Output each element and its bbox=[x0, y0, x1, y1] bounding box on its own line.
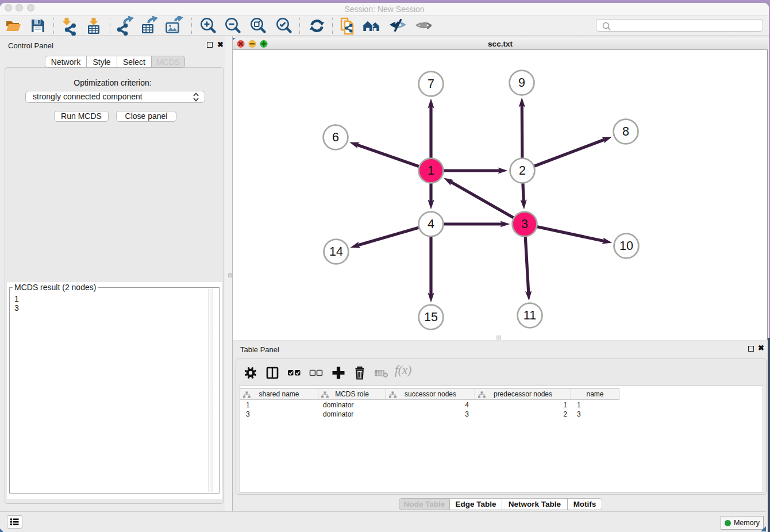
svg-text:9: 9 bbox=[518, 76, 525, 90]
svg-text:15: 15 bbox=[424, 310, 438, 324]
svg-text:1: 1 bbox=[428, 164, 434, 178]
svg-text:2: 2 bbox=[519, 164, 526, 178]
svg-text:3: 3 bbox=[521, 217, 528, 231]
svg-text:10: 10 bbox=[619, 239, 633, 253]
svg-text:7: 7 bbox=[428, 77, 434, 91]
svg-text:11: 11 bbox=[523, 309, 536, 322]
svg-text:8: 8 bbox=[622, 125, 629, 138]
svg-text:6: 6 bbox=[332, 130, 339, 144]
svg-text:4: 4 bbox=[428, 217, 434, 231]
svg-text:14: 14 bbox=[329, 245, 343, 259]
